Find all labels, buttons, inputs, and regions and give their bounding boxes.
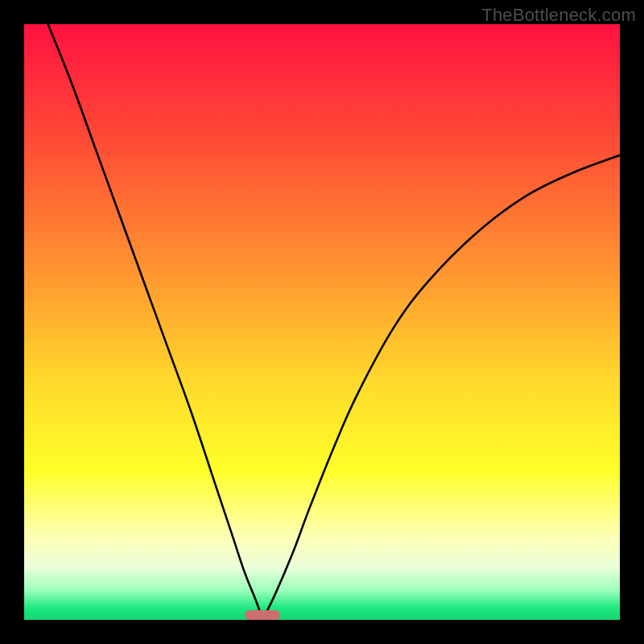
minimum-marker bbox=[245, 610, 280, 620]
plot-area bbox=[24, 24, 620, 620]
curve-left-branch bbox=[48, 24, 262, 620]
curve-layer bbox=[24, 24, 620, 620]
watermark-text: TheBottleneck.com bbox=[481, 5, 636, 26]
chart-frame: TheBottleneck.com bbox=[0, 0, 644, 644]
curve-right-branch bbox=[262, 155, 620, 620]
